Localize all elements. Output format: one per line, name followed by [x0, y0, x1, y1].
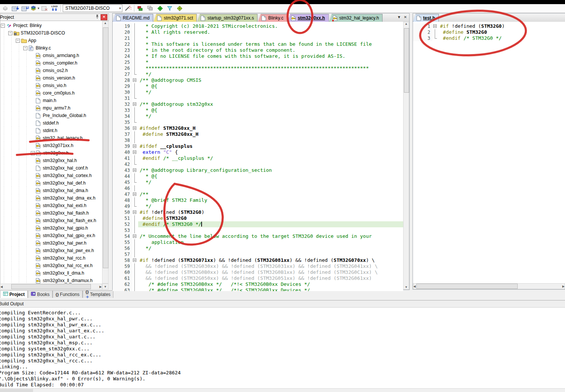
- tree-collapse-box[interactable]: −: [16, 39, 20, 43]
- tree-item-stm32g0xx_hal_def.h[interactable]: stm32g0xx_hal_def.h: [0, 179, 102, 187]
- tree-item-stm32_hal_legacy.h[interactable]: stm32_hal_legacy.h: [0, 134, 102, 142]
- code-line-55[interactable]: 55 application: [113, 239, 403, 245]
- tree-collapse-box[interactable]: −: [8, 31, 12, 35]
- code-line-44[interactable]: 44 * @{: [113, 173, 403, 179]
- code-line-28[interactable]: 28/** @addtogroup CMSIS: [113, 77, 403, 83]
- code-line-60[interactable]: 60 && !defined (STM32G0B0xx) && !defined…: [113, 269, 403, 275]
- code-line-21[interactable]: 21 *: [113, 35, 403, 41]
- tab-list-dropdown-icon[interactable]: ▼: [397, 15, 401, 19]
- tree-item-stm32g0xx_hal.h[interactable]: stm32g0xx_hal.h: [0, 157, 102, 164]
- fold-collapse-icon[interactable]: [132, 125, 138, 131]
- configure-flash-icon[interactable]: [175, 5, 184, 12]
- scroll-up-arrow[interactable]: ▲: [404, 22, 409, 26]
- tree-item-stm32g0xx_hal_dma_ex.h[interactable]: stm32g0xx_hal_dma_ex.h: [0, 194, 102, 202]
- code-line-31[interactable]: 31: [113, 95, 403, 101]
- tree-item-stm32g0xx_hal_flash.h[interactable]: stm32g0xx_hal_flash.h: [0, 209, 102, 217]
- scroll-left-arrow[interactable]: ◀: [413, 285, 416, 288]
- pack-installer-icon[interactable]: [155, 5, 165, 12]
- editor-tab-README.md[interactable]: README.md: [113, 14, 153, 22]
- project-tree-vscrollbar[interactable]: ▲: [102, 21, 108, 284]
- tree-item-main.h[interactable]: main.h: [0, 97, 102, 104]
- editor-tab-startup_stm32g071xx.s[interactable]: startup_stm32g071xx.s: [197, 14, 258, 22]
- stop-build-icon[interactable]: [40, 5, 50, 12]
- tree-item-stm32g0xx.h[interactable]: −stm32g0xx.h: [0, 149, 102, 157]
- fold-collapse-icon[interactable]: [132, 233, 138, 239]
- code-line-35[interactable]: 35: [113, 119, 403, 125]
- manage-rte-icon[interactable]: [136, 5, 145, 12]
- panel-tab-templates[interactable]: {}Templates: [83, 290, 114, 298]
- code-line-2[interactable]: 2 #define STM32G0: [413, 29, 565, 35]
- tree-item-stddef.h[interactable]: stddef.h: [0, 119, 102, 127]
- editor-tab-stm32g0xx.h[interactable]: stm32g0xx.h: [288, 14, 329, 22]
- scrollbar-thumb[interactable]: [416, 284, 518, 289]
- tree-item-core_cm0plus.h[interactable]: core_cm0plus.h: [0, 89, 102, 97]
- scrollbar-thumb[interactable]: [103, 27, 108, 268]
- code-line-59[interactable]: 59 && !defined (STM32G030xx) && !defined…: [113, 263, 403, 269]
- code-line-57[interactable]: 57: [113, 251, 403, 257]
- panel-tab-project[interactable]: Project: [0, 290, 28, 298]
- tree-item-Pre_Include_Global.h[interactable]: Pre_Include_Global.h: [0, 112, 102, 119]
- code-line-1[interactable]: 1#if !defined (STM32G0): [413, 23, 565, 29]
- fold-collapse-icon[interactable]: [132, 77, 138, 83]
- tree-collapse-box[interactable]: −: [23, 46, 27, 50]
- editor-tab-Blinky.c[interactable]: Blinky.c: [258, 14, 287, 22]
- pin-icon[interactable]: [94, 14, 101, 20]
- load-icon[interactable]: LOAD: [50, 5, 59, 12]
- fold-collapse-icon[interactable]: [132, 257, 138, 263]
- tree-item-Blinky.c[interactable]: −Blinky.c: [0, 44, 102, 52]
- fold-collapse-icon[interactable]: [132, 149, 138, 155]
- tree-item-stm32g0xx_hal_gpio_ex.h[interactable]: stm32g0xx_hal_gpio_ex.h: [0, 232, 102, 239]
- code-line-38[interactable]: 38: [113, 137, 403, 143]
- rebuild-icon[interactable]: [20, 5, 30, 12]
- code-line-58[interactable]: 58#if !defined (STM32G071xx) && !defined…: [113, 257, 403, 263]
- code-line-25[interactable]: 25 *: [113, 59, 403, 65]
- tree-item-stm32g0xx_hal_gpio.h[interactable]: stm32g0xx_hal_gpio.h: [0, 224, 102, 232]
- build-output-hscrollbar[interactable]: [0, 388, 565, 392]
- build-output-log[interactable]: compiling EventRecorder.c...compiling st…: [0, 308, 565, 388]
- code-line-46[interactable]: 46: [113, 185, 403, 191]
- fold-collapse-icon[interactable]: [132, 101, 138, 107]
- code-line-62[interactable]: 62 /* #define STM32G0B0xx */ /*!< STM32G…: [113, 281, 403, 287]
- batch-build-caret[interactable]: ▾: [38, 6, 39, 10]
- scrollbar-thumb[interactable]: [0, 389, 33, 392]
- code-line-51[interactable]: 51 #define STM32G0: [113, 215, 403, 221]
- editor-tab-stm32g071.sct[interactable]: stm32g071.sct: [154, 14, 197, 22]
- code-line-48[interactable]: 48 * @brief STM32 Family: [113, 197, 403, 203]
- scroll-down-arrow[interactable]: ▼: [404, 285, 409, 289]
- fold-collapse-icon[interactable]: [432, 23, 438, 29]
- code-line-43[interactable]: 43/** @addtogroup Library_configuration_…: [113, 167, 403, 173]
- code-line-56[interactable]: 56 */: [113, 245, 403, 251]
- code-line-39[interactable]: 39#ifdef __cplusplus: [113, 143, 403, 149]
- tree-item-cmsis_vio.h[interactable]: cmsis_vio.h: [0, 82, 102, 89]
- tree-collapse-box[interactable]: −: [31, 151, 35, 155]
- fold-collapse-icon[interactable]: [132, 209, 138, 215]
- code-line-47[interactable]: 47/**: [113, 191, 403, 197]
- scroll-right-arrow[interactable]: ▶: [99, 285, 102, 288]
- tree-item-stm32g0xx_hal_dma.h[interactable]: stm32g0xx_hal_dma.h: [0, 187, 102, 194]
- panel-tab-functions[interactable]: {}Functions: [53, 290, 83, 298]
- editor-hscrollbar[interactable]: ◀▶: [413, 283, 565, 289]
- code-area[interactable]: 1#if !defined (STM32G0)2 #define STM32G0…: [413, 22, 565, 285]
- scrollbar-thumb[interactable]: [404, 28, 409, 93]
- code-line-23[interactable]: 23 * in the root directory of this softw…: [113, 47, 403, 53]
- batch-build-icon[interactable]: ▾: [30, 5, 40, 12]
- code-line-34[interactable]: 34 */: [113, 113, 403, 119]
- build-icon[interactable]: [11, 5, 20, 12]
- code-line-19[interactable]: 19 * Copyright (c) 2018-2021 STMicroelec…: [113, 23, 403, 29]
- editor-tab-test.h[interactable]: test.h: [413, 14, 439, 22]
- tree-item-stm32g0xx_ll_dmamux.h[interactable]: stm32g0xx_ll_dmamux.h: [0, 277, 102, 284]
- tree-item-stm32g0xx_hal_exti.h[interactable]: stm32g0xx_hal_exti.h: [0, 202, 102, 209]
- code-line-32[interactable]: 32/** @addtogroup stm32g0xx: [113, 101, 403, 107]
- tree-item-stm32g0xx_hal_flash_ex.h[interactable]: stm32g0xx_hal_flash_ex.h: [0, 217, 102, 224]
- fold-collapse-icon[interactable]: [132, 191, 138, 197]
- scroll-down-arrow[interactable]: ▼: [102, 284, 108, 290]
- tree-item-stm32g0xx_hal_rcc.h[interactable]: stm32g0xx_hal_rcc.h: [0, 254, 102, 262]
- scroll-up-arrow[interactable]: ▲: [102, 21, 108, 25]
- code-line-42[interactable]: 42: [113, 161, 403, 167]
- code-area[interactable]: 19 * Copyright (c) 2018-2021 STMicroelec…: [113, 22, 403, 291]
- code-line-26[interactable]: 26 *************************************…: [113, 65, 403, 71]
- panel-tab-books[interactable]: Books: [28, 290, 53, 298]
- code-line-3[interactable]: 3 #endif /* STM32G0 */: [413, 35, 565, 41]
- code-line-53[interactable]: 53: [113, 227, 403, 233]
- close-icon[interactable]: ✕: [101, 14, 107, 20]
